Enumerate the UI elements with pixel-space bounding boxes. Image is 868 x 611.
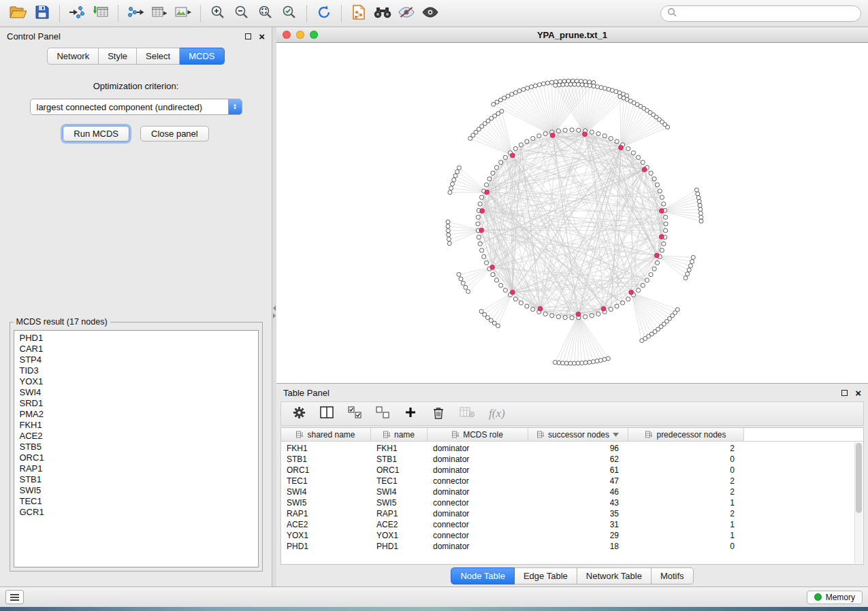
select-all-button[interactable]	[348, 406, 361, 421]
graph-leaf-node[interactable]	[561, 361, 565, 365]
graph-dominator-node[interactable]	[601, 306, 606, 311]
graph-leaf-node[interactable]	[697, 199, 701, 203]
column-header-predecessor-nodes[interactable]: predecessor nodes	[628, 428, 744, 441]
graph-ring-node[interactable]	[543, 312, 547, 316]
graph-ring-node[interactable]	[655, 183, 659, 187]
graph-leaf-node[interactable]	[459, 277, 463, 281]
graph-ring-node[interactable]	[499, 283, 503, 287]
graph-leaf-node[interactable]	[550, 80, 554, 84]
graph-leaf-node[interactable]	[510, 93, 514, 97]
graph-ring-node[interactable]	[478, 202, 482, 206]
graph-ring-node[interactable]	[641, 161, 645, 165]
graph-ring-node[interactable]	[531, 136, 535, 140]
graph-ring-node[interactable]	[491, 171, 495, 175]
graph-ring-node[interactable]	[519, 301, 523, 305]
graph-leaf-node[interactable]	[446, 229, 450, 233]
optimization-criterion-select[interactable]: largest connected component (undirected)…	[30, 99, 242, 115]
graph-leaf-node[interactable]	[599, 86, 603, 90]
graph-ring-node[interactable]	[556, 315, 560, 319]
graph-ring-node[interactable]	[615, 139, 619, 144]
mcds-result-item[interactable]: STB1	[14, 474, 258, 485]
graph-ring-node[interactable]	[478, 242, 482, 246]
graph-dominator-node[interactable]	[510, 290, 515, 295]
graph-leaf-node[interactable]	[557, 361, 561, 365]
graph-leaf-node[interactable]	[451, 182, 455, 186]
graph-dominator-node[interactable]	[659, 235, 664, 240]
graph-leaf-node[interactable]	[699, 219, 703, 223]
float-panel-icon[interactable]	[245, 33, 251, 39]
mcds-result-item[interactable]: FKH1	[14, 420, 258, 431]
graph-leaf-node[interactable]	[457, 166, 461, 170]
network-canvas[interactable]	[276, 43, 868, 383]
mcds-result-item[interactable]: PMA2	[14, 409, 258, 420]
graph-leaf-node[interactable]	[688, 264, 692, 268]
graph-leaf-node[interactable]	[595, 359, 599, 363]
graph-leaf-node[interactable]	[606, 357, 610, 361]
graph-leaf-node[interactable]	[591, 360, 595, 364]
close-panel-button[interactable]: Close panel	[140, 126, 209, 142]
graph-leaf-node[interactable]	[598, 359, 602, 363]
graph-ring-node[interactable]	[645, 278, 649, 282]
graph-ring-node[interactable]	[570, 316, 574, 320]
graph-ring-node[interactable]	[652, 267, 656, 271]
graph-leaf-node[interactable]	[521, 88, 526, 92]
table-row[interactable]: YOX1YOX1connector291	[281, 530, 863, 541]
graph-leaf-node[interactable]	[533, 84, 537, 88]
graph-ring-node[interactable]	[662, 202, 666, 206]
graph-ring-node[interactable]	[596, 312, 600, 316]
graph-ring-node[interactable]	[649, 171, 653, 175]
graph-leaf-node[interactable]	[466, 290, 470, 294]
minimize-window-icon[interactable]	[296, 31, 304, 39]
import-network-button[interactable]	[65, 3, 89, 24]
maximize-window-icon[interactable]	[310, 31, 318, 39]
graph-leaf-node[interactable]	[448, 191, 452, 195]
graph-leaf-node[interactable]	[640, 339, 644, 343]
mcds-result-item[interactable]: SWI4	[14, 387, 258, 398]
mcds-result-item[interactable]: SRD1	[14, 398, 258, 409]
graph-ring-node[interactable]	[563, 128, 567, 132]
table-row[interactable]: RAP1RAP1dominator352	[281, 508, 863, 519]
mcds-result-item[interactable]: RAP1	[14, 463, 258, 474]
column-header-shared-name[interactable]: shared name	[281, 428, 371, 441]
graph-ring-node[interactable]	[649, 273, 653, 277]
graph-ring-node[interactable]	[583, 315, 588, 319]
graph-ring-node[interactable]	[621, 301, 625, 305]
table-row[interactable]: FKH1FKH1dominator962	[281, 443, 863, 454]
delete-row-button[interactable]	[432, 406, 445, 422]
graph-leaf-node[interactable]	[464, 285, 468, 289]
graph-ring-node[interactable]	[482, 254, 486, 259]
graph-leaf-node[interactable]	[553, 83, 558, 87]
graph-leaf-node[interactable]	[686, 272, 690, 276]
graph-ring-node[interactable]	[664, 222, 668, 226]
graph-leaf-node[interactable]	[699, 215, 703, 219]
graph-leaf-node[interactable]	[607, 87, 611, 91]
add-row-button[interactable]	[404, 406, 417, 421]
mcds-result-item[interactable]: SWI5	[14, 485, 258, 496]
graph-dominator-node[interactable]	[619, 146, 624, 150]
graph-ring-node[interactable]	[631, 151, 635, 155]
graph-ring-node[interactable]	[637, 155, 641, 159]
graph-leaf-node[interactable]	[588, 360, 592, 364]
graph-ring-node[interactable]	[484, 183, 488, 187]
graph-ring-node[interactable]	[577, 128, 581, 132]
graph-leaf-node[interactable]	[461, 281, 465, 285]
graph-leaf-node[interactable]	[453, 174, 457, 178]
graph-leaf-node[interactable]	[447, 242, 451, 246]
mcds-result-item[interactable]: STP4	[14, 354, 258, 365]
graph-leaf-node[interactable]	[588, 84, 592, 88]
table-settings-button[interactable]	[292, 406, 306, 422]
graph-leaf-node[interactable]	[496, 324, 500, 328]
table-row[interactable]: PHD1PHD1dominator180	[281, 541, 863, 552]
graph-ring-node[interactable]	[503, 288, 507, 293]
graph-dominator-node[interactable]	[510, 153, 515, 158]
graph-leaf-node[interactable]	[580, 83, 584, 87]
graph-leaf-node[interactable]	[696, 196, 701, 200]
tab-style[interactable]: Style	[99, 48, 137, 65]
table-tab-motifs[interactable]: Motifs	[652, 567, 694, 584]
table-tab-edge-table[interactable]: Edge Table	[515, 567, 577, 584]
close-panel-icon[interactable]: ×	[259, 31, 265, 42]
graph-ring-node[interactable]	[491, 273, 495, 277]
network-graph[interactable]	[276, 43, 868, 383]
export-table-button[interactable]	[148, 3, 171, 24]
graph-ring-node[interactable]	[626, 297, 630, 301]
